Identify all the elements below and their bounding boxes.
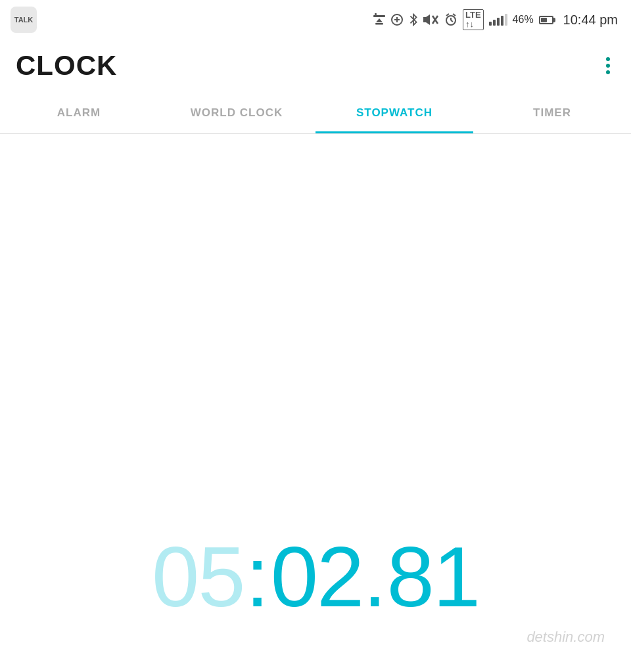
battery-icon — [539, 16, 555, 24]
download-icon — [373, 13, 385, 26]
watermark: detshin.com — [526, 629, 605, 646]
tab-world-clock-label: WORLD CLOCK — [191, 106, 283, 120]
status-bar-left: TALK — [11, 7, 37, 33]
dot1 — [606, 57, 610, 61]
signal-bars-icon — [489, 14, 507, 26]
main-content: 05 : 02 . 81 — [0, 134, 631, 672]
lte-icon: LTE↑↓ — [463, 9, 484, 31]
tab-stopwatch-label: STOPWATCH — [356, 106, 432, 120]
page-title: CLOCK — [16, 50, 117, 81]
svg-rect-3 — [375, 23, 383, 25]
alarm-status-icon — [444, 13, 457, 26]
svg-line-12 — [451, 20, 453, 22]
stopwatch-dot: . — [363, 534, 386, 619]
tab-alarm-label: ALARM — [57, 106, 101, 120]
status-bar-right: LTE↑↓ 46% 10:44 pm — [373, 9, 618, 31]
svg-rect-1 — [373, 15, 385, 17]
stopwatch-centiseconds: 81 — [386, 534, 479, 619]
add-circle-icon — [390, 13, 404, 26]
talk-icon: TALK — [11, 7, 37, 33]
svg-marker-7 — [423, 14, 430, 25]
svg-marker-2 — [376, 18, 383, 22]
tab-world-clock[interactable]: WORLD CLOCK — [158, 92, 316, 133]
more-menu-button[interactable] — [601, 52, 615, 79]
stopwatch-seconds: 02 — [271, 534, 363, 619]
tab-bar: ALARM WORLD CLOCK STOPWATCH TIMER — [0, 92, 631, 134]
stopwatch-colon1: : — [246, 534, 269, 619]
svg-line-14 — [453, 14, 456, 16]
svg-line-13 — [446, 14, 449, 16]
mute-icon — [423, 13, 439, 26]
stopwatch-display: 05 : 02 . 81 — [152, 534, 479, 619]
battery-percent: 46% — [513, 14, 534, 26]
status-time: 10:44 pm — [563, 12, 618, 28]
tab-timer[interactable]: TIMER — [473, 92, 631, 133]
watermark-text: detshin.com — [526, 629, 605, 645]
svg-rect-0 — [375, 13, 377, 15]
tab-alarm[interactable]: ALARM — [0, 92, 158, 133]
tab-stopwatch[interactable]: STOPWATCH — [316, 92, 473, 133]
stopwatch-minutes: 05 — [152, 534, 245, 619]
talk-label: TALK — [14, 16, 34, 24]
app-header: CLOCK — [0, 39, 631, 92]
dot2 — [606, 64, 610, 68]
dot3 — [606, 70, 610, 74]
tab-timer-label: TIMER — [533, 106, 571, 120]
bluetooth-icon — [409, 13, 418, 26]
status-bar: TALK — [0, 0, 631, 39]
